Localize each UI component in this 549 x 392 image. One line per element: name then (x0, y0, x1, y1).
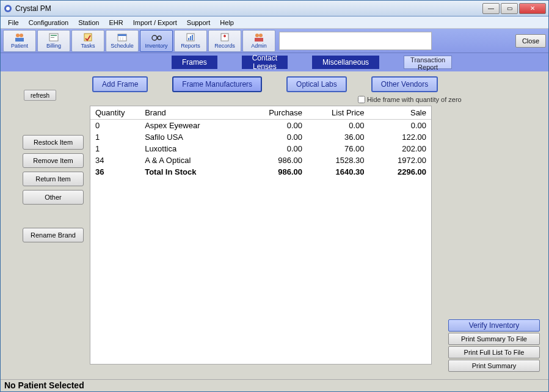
svg-rect-17 (188, 38, 189, 40)
toolbar-blank-field (279, 32, 432, 50)
rename-brand-button[interactable]: Rename Brand (23, 228, 84, 242)
print-summary-button[interactable]: Print Summary (448, 360, 540, 372)
statusbar: No Patient Selected (1, 379, 548, 391)
tab-miscellaneous[interactable]: Miscellaneous (312, 56, 379, 69)
toolbar-label: Schedule (111, 43, 134, 49)
menu-ehr[interactable]: EHR (104, 18, 128, 27)
col-brand[interactable]: Brand (140, 106, 245, 120)
toolbar-patient[interactable]: Patient (3, 30, 36, 52)
toolbar-tasks[interactable]: Tasks (71, 30, 104, 52)
menu-support[interactable]: Support (182, 18, 216, 27)
hide-zero-label: Hide frame with quantity of zero (367, 96, 462, 103)
subnav: Frames Contact Lenses Miscellaneous Tran… (1, 53, 548, 71)
records-icon (219, 32, 230, 42)
toolbar-admin[interactable]: Admin (242, 30, 275, 52)
close-window-button[interactable]: ✕ (519, 3, 546, 14)
svg-rect-19 (192, 35, 193, 40)
toolbar-schedule[interactable]: Schedule (106, 30, 139, 52)
restock-item-button[interactable]: Restock Item (23, 135, 84, 150)
minimize-button[interactable]: — (482, 3, 500, 14)
toolbar-label: Admin (251, 43, 267, 49)
optical-labs-button[interactable]: Optical Labs (286, 76, 347, 92)
toolbar-label: Patient (11, 43, 28, 49)
svg-rect-10 (118, 34, 126, 36)
toolbar-label: Reports (181, 43, 200, 49)
refresh-button[interactable]: refresh (24, 90, 56, 101)
window-controls: — ▭ ✕ (482, 3, 546, 14)
hide-zero-row: Hide frame with quantity of zero (358, 96, 462, 103)
svg-rect-22 (224, 35, 225, 37)
toolbar-label: Billing (46, 43, 61, 49)
toolbar-reports[interactable]: Reports (174, 30, 207, 52)
table-header-row: Quantity Brand Purchase List Price Sale (90, 106, 431, 120)
verify-inventory-button[interactable]: Verify Inventory (448, 319, 540, 332)
patient-icon (14, 32, 25, 42)
print-full-list-to-file-button[interactable]: Print Full List To File (448, 346, 540, 358)
menu-help[interactable]: Help (215, 18, 239, 27)
svg-point-2 (16, 34, 20, 37)
reports-icon (185, 32, 196, 42)
svg-rect-6 (51, 35, 57, 36)
svg-rect-7 (51, 37, 54, 38)
toolbar-inventory[interactable]: Inventory (140, 30, 173, 52)
menubar: File Configuration Station EHR Import / … (1, 16, 548, 29)
app-icon (3, 4, 13, 13)
menu-import-export[interactable]: Import / Export (128, 18, 182, 27)
admin-icon (253, 32, 264, 42)
menu-file[interactable]: File (3, 18, 24, 27)
svg-point-1 (6, 7, 10, 10)
svg-point-14 (158, 36, 161, 40)
svg-point-13 (152, 35, 157, 40)
frame-manufacturers-button[interactable]: Frame Manufacturers (172, 76, 262, 92)
add-frame-button[interactable]: Add Frame (92, 76, 148, 92)
app-window: Crystal PM — ▭ ✕ File Configuration Stat… (0, 0, 549, 392)
svg-rect-25 (255, 38, 263, 42)
toolbar-billing[interactable]: Billing (37, 30, 70, 52)
col-purchase[interactable]: Purchase (245, 106, 307, 120)
return-item-button[interactable]: Return Item (23, 172, 84, 186)
other-vendors-button[interactable]: Other Vendors (371, 76, 438, 92)
menu-station[interactable]: Station (73, 18, 104, 27)
content-area: refresh Add Frame Frame Manufacturers Op… (1, 71, 548, 379)
toolbar-label: Tasks (81, 43, 95, 49)
window-title: Crystal PM (15, 4, 482, 13)
svg-point-24 (259, 34, 263, 37)
tab-frames[interactable]: Frames (172, 56, 217, 69)
toolbar-label: Inventory (145, 43, 167, 49)
svg-point-23 (255, 34, 259, 37)
right-buttons: Verify Inventory Print Summary To File P… (448, 319, 540, 372)
svg-rect-4 (15, 38, 24, 42)
table-row[interactable]: 1Luxottica0.0076.00202.00 (90, 143, 431, 154)
col-list-price[interactable]: List Price (307, 106, 369, 120)
col-sale[interactable]: Sale (369, 106, 431, 120)
table-row[interactable]: 0Aspex Eyewear0.000.000.00 (90, 120, 431, 132)
billing-icon (48, 32, 59, 42)
toolbar-records[interactable]: Records (208, 30, 241, 52)
schedule-icon (117, 32, 128, 42)
tab-contact-lenses[interactable]: Contact Lenses (242, 56, 288, 69)
maximize-button[interactable]: ▭ (501, 3, 518, 14)
titlebar: Crystal PM — ▭ ✕ (1, 1, 548, 16)
menu-configuration[interactable]: Configuration (24, 18, 73, 27)
remove-item-button[interactable]: Remove Item (23, 153, 84, 168)
side-buttons: Restock Item Remove Item Return Item Oth… (23, 95, 84, 379)
tasks-icon (82, 32, 93, 42)
col-quantity[interactable]: Quantity (90, 106, 140, 120)
toolbar-label: Records (214, 43, 235, 49)
svg-point-3 (20, 34, 23, 37)
inventory-table[interactable]: Quantity Brand Purchase List Price Sale … (90, 106, 432, 365)
inventory-icon (151, 32, 162, 42)
close-button[interactable]: Close (515, 34, 546, 48)
table-row[interactable]: 1Safilo USA0.0036.00122.00 (90, 131, 431, 143)
print-summary-to-file-button[interactable]: Print Summary To File (448, 333, 540, 345)
toolbar: Patient Billing Tasks Schedule Inventory… (1, 29, 548, 53)
table-total-row: 36Total In Stock986.001640.302296.00 (90, 166, 431, 178)
svg-rect-18 (190, 36, 191, 40)
action-row: Add Frame Frame Manufacturers Optical La… (1, 71, 548, 95)
other-button[interactable]: Other (23, 190, 84, 205)
transaction-report-button[interactable]: Transaction Report (404, 56, 452, 69)
table-row[interactable]: 34A & A Optical986.001528.301972.00 (90, 154, 431, 166)
hide-zero-checkbox[interactable] (358, 96, 365, 103)
